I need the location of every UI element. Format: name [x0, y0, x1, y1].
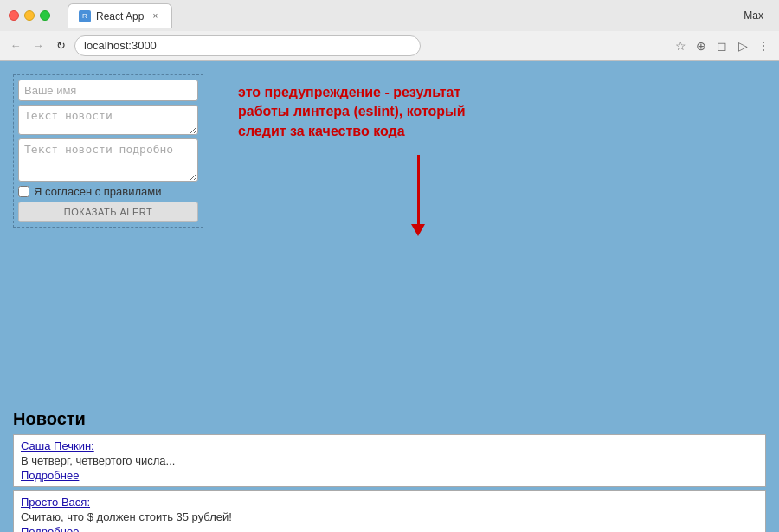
annotation-area: это предупреждение - результат работы ли… [221, 74, 766, 228]
address-icons: ☆ ⊕ ◻ ▷ ⋮ [672, 37, 772, 54]
minimize-button[interactable] [24, 10, 35, 21]
submit-button[interactable]: ПОКАЗАТЬ ALERT [18, 202, 198, 222]
checkbox-row: Я согласен с правилами [18, 185, 198, 198]
agree-label: Я согласен с правилами [34, 185, 161, 198]
maximize-button[interactable] [40, 10, 50, 21]
browser-chrome: R React App × Max ← → ↻ ☆ ⊕ ◻ ▷ ⋮ [0, 0, 779, 61]
cast-icon[interactable]: ▷ [734, 37, 751, 54]
tab-bar: R React App × [68, 3, 744, 28]
arrow-head [411, 224, 425, 236]
name-input[interactable] [18, 80, 198, 101]
form-container: Я согласен с правилами ПОКАЗАТЬ ALERT [13, 74, 203, 228]
address-bar: ← → ↻ ☆ ⊕ ◻ ▷ ⋮ [0, 31, 779, 61]
news-author-2[interactable]: Просто Вася: [21, 496, 758, 509]
news-more-2[interactable]: Подробнее [21, 525, 758, 532]
arrow-container [411, 155, 425, 236]
news-preview-2: Считаю, что $ должен стоить 35 рублей! [21, 510, 758, 523]
news-more-1[interactable]: Подробнее [21, 469, 758, 482]
main-content: Я согласен с правилами ПОКАЗАТЬ ALERT эт… [0, 61, 779, 402]
news-author-1[interactable]: Саша Печкин: [21, 439, 758, 452]
close-button[interactable] [9, 10, 19, 21]
news-title-input[interactable] [18, 105, 198, 135]
bookmark-icon[interactable]: ☆ [672, 37, 689, 54]
back-button[interactable]: ← [7, 37, 24, 54]
news-item-1: Саша Печкин: В четверг, четвертого числа… [13, 434, 766, 487]
refresh-button[interactable]: ↻ [52, 37, 69, 54]
arrow-line [417, 155, 420, 224]
news-item-2: Просто Вася: Считаю, что $ должен стоить… [13, 490, 766, 532]
shield-icon[interactable]: ◻ [713, 37, 731, 54]
news-section: Новости Саша Печкин: В четверг, четверто… [0, 402, 779, 532]
annotation-text: это предупреждение - результат работы ли… [238, 83, 515, 141]
agree-checkbox[interactable] [18, 186, 29, 197]
extension-icon[interactable]: ⊕ [692, 37, 710, 54]
forward-button[interactable]: → [29, 37, 47, 54]
title-bar: R React App × Max [0, 0, 779, 31]
menu-icon[interactable]: ⋮ [755, 37, 772, 54]
news-preview-1: В четверг, четвертого числа... [21, 454, 758, 467]
form-section: Я согласен с правилами ПОКАЗАТЬ ALERT эт… [13, 70, 766, 232]
address-input[interactable] [74, 35, 421, 56]
tab-title: React App [96, 10, 144, 22]
tab-favicon: R [79, 10, 91, 22]
news-detail-input[interactable] [18, 138, 198, 182]
tab-close-button[interactable]: × [149, 10, 161, 22]
browser-tab[interactable]: R React App × [68, 3, 172, 28]
user-name: Max [744, 10, 770, 22]
traffic-lights [9, 10, 50, 21]
news-section-title: Новости [13, 409, 766, 429]
